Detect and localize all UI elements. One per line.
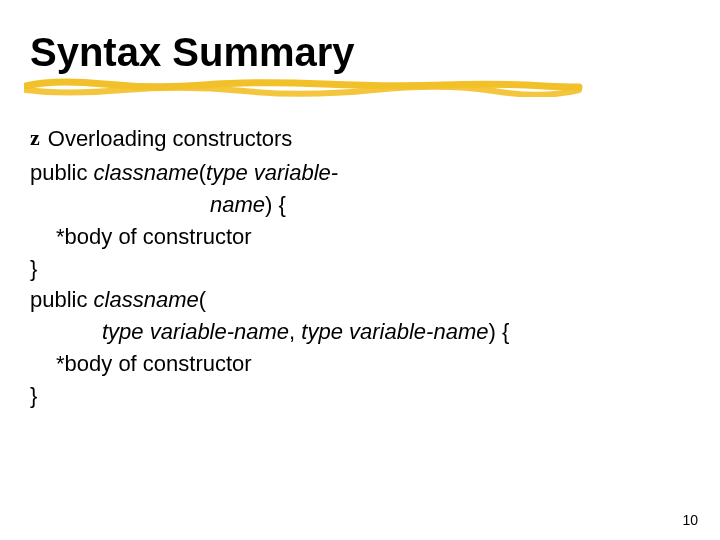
text: ) { — [488, 319, 509, 344]
code-line-7: *body of constructor — [30, 348, 690, 380]
text-italic: type variable- — [206, 160, 338, 185]
title-underline — [24, 77, 690, 95]
code-line-2: name) { — [30, 189, 690, 221]
text: } — [30, 256, 37, 281]
slide: Syntax Summary z Overloading constructor… — [0, 0, 720, 540]
slide-body: z Overloading constructors public classn… — [30, 123, 690, 412]
code-line-1: public classname(type variable- — [30, 157, 690, 189]
code-line-8: } — [30, 380, 690, 412]
text-italic: classname — [94, 160, 199, 185]
text-italic: type variable-name — [301, 319, 488, 344]
text: ( — [199, 287, 206, 312]
text: ) { — [265, 192, 286, 217]
text-italic: classname — [94, 287, 199, 312]
bullet-icon: z — [30, 123, 40, 154]
code-line-5: public classname( — [30, 284, 690, 316]
code-line-4: } — [30, 253, 690, 285]
text: public — [30, 287, 94, 312]
code-line-6: type variable-name, type variable-name) … — [30, 316, 690, 348]
text: } — [30, 383, 37, 408]
bullet-text: Overloading constructors — [48, 123, 293, 155]
code-line-3: *body of constructor — [30, 221, 690, 253]
slide-title: Syntax Summary — [30, 30, 690, 75]
bullet-item: z Overloading constructors — [30, 123, 690, 155]
page-number: 10 — [682, 512, 698, 528]
text: *body of constructor — [56, 224, 252, 249]
text: public — [30, 160, 94, 185]
text: *body of constructor — [56, 351, 252, 376]
text-italic: type variable-name — [102, 319, 289, 344]
text: , — [289, 319, 301, 344]
text-italic: name — [210, 192, 265, 217]
text: ( — [199, 160, 206, 185]
